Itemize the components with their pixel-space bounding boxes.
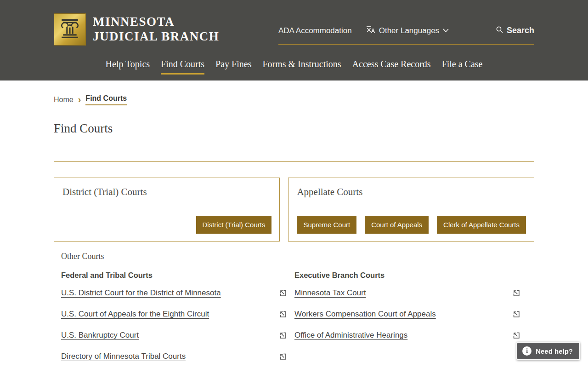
- nav-help-topics[interactable]: Help Topics: [106, 59, 150, 75]
- search-label: Search: [507, 26, 534, 35]
- ada-accommodation-label: ADA Accommodation: [278, 26, 352, 35]
- section-divider: [54, 161, 534, 162]
- brand-logo[interactable]: [54, 13, 86, 46]
- court-cards: District (Trial) Courts District (Trial)…: [54, 178, 534, 242]
- appellate-courts-card-title: Appellate Courts: [297, 186, 526, 198]
- search-icon: [496, 26, 503, 36]
- chevron-down-icon: [442, 26, 449, 35]
- utility-nav: ADA Accommodation Other Languages: [278, 24, 534, 45]
- executive-branch-column: Executive Branch Courts Minnesota Tax Co…: [294, 271, 521, 368]
- link-tribal-courts-directory[interactable]: Directory of Minnesota Tribal Courts: [61, 352, 186, 361]
- list-item: Directory of Minnesota Tribal Courts: [61, 350, 288, 363]
- list-item: Minnesota Tax Court: [294, 286, 521, 300]
- district-trial-courts-button[interactable]: District (Trial) Courts: [196, 216, 272, 234]
- info-icon: i: [522, 346, 531, 356]
- main-content: Home › Find Courts Find Courts District …: [54, 94, 534, 368]
- page-title: Find Courts: [54, 121, 534, 136]
- clerk-of-appellate-courts-button[interactable]: Clerk of Appellate Courts: [437, 216, 526, 234]
- supreme-court-button[interactable]: Supreme Court: [297, 216, 356, 234]
- brand-line-2: JUDICIAL BRANCH: [93, 29, 219, 44]
- link-us-bankruptcy-court[interactable]: U.S. Bankruptcy Court: [61, 331, 139, 340]
- need-help-label: Need help?: [536, 347, 573, 355]
- link-us-district-court[interactable]: U.S. District Court for the District of …: [61, 288, 221, 298]
- translate-icon: [365, 24, 376, 37]
- list-item: U.S. Bankruptcy Court: [61, 328, 288, 342]
- nav-pay-fines[interactable]: Pay Fines: [215, 59, 251, 75]
- other-courts-section: Other Courts Federal and Tribal Courts U…: [54, 252, 534, 368]
- external-link-icon[interactable]: [278, 331, 288, 340]
- breadcrumb-home-link[interactable]: Home: [54, 96, 74, 104]
- link-minnesota-tax-court[interactable]: Minnesota Tax Court: [294, 288, 366, 298]
- ada-accommodation-link[interactable]: ADA Accommodation: [278, 26, 352, 35]
- link-office-administrative-hearings[interactable]: Office of Administrative Hearings: [294, 331, 407, 340]
- nav-file-a-case[interactable]: File a Case: [442, 59, 483, 75]
- other-courts-title: Other Courts: [61, 252, 534, 261]
- list-item: U.S. District Court for the District of …: [61, 286, 288, 300]
- search-button[interactable]: Search: [496, 26, 534, 36]
- other-languages-label: Other Languages: [379, 26, 439, 35]
- executive-branch-heading: Executive Branch Courts: [294, 271, 521, 280]
- brand-title: MINNESOTA JUDICIAL BRANCH: [93, 15, 219, 44]
- list-item: Workers Compensation Court of Appeals: [294, 307, 521, 321]
- external-link-icon[interactable]: [512, 288, 521, 298]
- appellate-courts-card: Appellate Courts Supreme Court Court of …: [288, 178, 534, 242]
- brand-line-1: MINNESOTA: [93, 15, 219, 29]
- site-header: MINNESOTA JUDICIAL BRANCH ADA Accommodat…: [0, 0, 588, 80]
- link-workers-compensation-court[interactable]: Workers Compensation Court of Appeals: [294, 310, 436, 319]
- federal-tribal-heading: Federal and Tribal Courts: [61, 271, 288, 280]
- district-courts-card-title: District (Trial) Courts: [62, 186, 271, 198]
- link-us-court-of-appeals[interactable]: U.S. Court of Appeals for the Eighth Cir…: [61, 310, 209, 319]
- other-languages-menu[interactable]: Other Languages: [365, 24, 449, 37]
- external-link-icon[interactable]: [278, 352, 288, 361]
- external-link-icon[interactable]: [512, 310, 521, 319]
- external-link-icon[interactable]: [512, 331, 521, 340]
- need-help-button[interactable]: i Need help?: [516, 342, 580, 360]
- external-link-icon[interactable]: [278, 310, 288, 319]
- breadcrumb-current: Find Courts: [85, 94, 127, 105]
- federal-tribal-column: Federal and Tribal Courts U.S. District …: [61, 271, 288, 368]
- breadcrumb-chevron-icon: ›: [78, 95, 81, 104]
- list-item: U.S. Court of Appeals for the Eighth Cir…: [61, 307, 288, 321]
- main-nav: Help Topics Find Courts Pay Fines Forms …: [54, 59, 534, 75]
- external-link-icon[interactable]: [278, 288, 288, 298]
- list-item: Office of Administrative Hearings: [294, 328, 521, 342]
- nav-forms-instructions[interactable]: Forms & Instructions: [262, 59, 341, 75]
- nav-find-courts[interactable]: Find Courts: [161, 59, 204, 75]
- column-pillar-icon: [57, 16, 82, 43]
- breadcrumb: Home › Find Courts: [54, 94, 534, 105]
- district-courts-card: District (Trial) Courts District (Trial)…: [54, 178, 280, 242]
- court-of-appeals-button[interactable]: Court of Appeals: [365, 216, 429, 234]
- nav-access-case-records[interactable]: Access Case Records: [352, 59, 431, 75]
